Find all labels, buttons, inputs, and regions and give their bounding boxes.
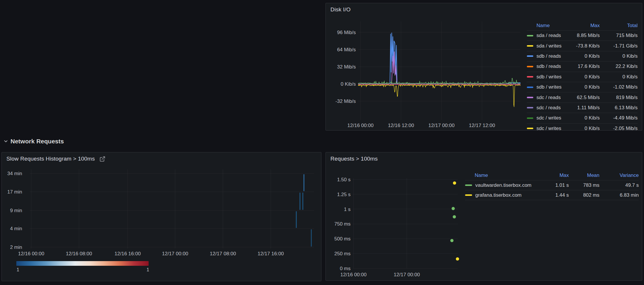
legend-series-name[interactable]: sdb / writes	[527, 74, 568, 80]
requests-legend: NameMaxMeanVariancevaultwarden.tiserbox.…	[465, 170, 639, 200]
series-name-label: sda / reads	[536, 33, 561, 38]
slow-requests-heatmap-chart[interactable]: 34 min17 min9 min4 min2 min12/16 00:0012…	[2, 152, 321, 260]
y-tick-label: 750 ms	[334, 221, 351, 227]
legend-series-name[interactable]: sda / reads	[527, 33, 568, 38]
legend-header-total[interactable]: Total	[600, 23, 638, 29]
legend-row: sdc / reads1.11 Mib/s6.13 Mib/s	[527, 103, 638, 113]
heatmap-cell	[300, 193, 300, 210]
legend-value: -1.71 Gib/s	[600, 43, 638, 49]
legend-value: 0 Kib/s	[600, 53, 638, 59]
legend-series-name[interactable]: grafana.tiserbox.com	[465, 192, 541, 198]
x-tick-label: 12/17 08:00	[210, 251, 236, 256]
section-header-network-requests[interactable]: Network Requests	[3, 137, 64, 146]
series-line-sdc---reads	[358, 52, 520, 84]
legend-series-name[interactable]: sdb / reads	[527, 64, 568, 69]
series-name-label: sdc / reads	[536, 95, 561, 101]
legend-header-name[interactable]: Name	[527, 23, 568, 29]
heatmap-cell	[296, 211, 297, 228]
legend-value: -1.02 Mib/s	[600, 84, 638, 90]
legend-series-name[interactable]: sda / writes	[527, 43, 568, 49]
legend-row: sdc / reads62.5 Mib/s819 Mib/s	[527, 92, 638, 103]
chevron-down-icon[interactable]	[3, 139, 8, 144]
legend-value: 1.01 s	[541, 182, 569, 188]
x-tick-label: 12/16 08:00	[66, 251, 92, 256]
scatter-point-vaultwarden	[452, 207, 455, 210]
legend-header-variance[interactable]: Variance	[599, 173, 639, 178]
legend-value: 17.6 Kib/s	[568, 64, 600, 69]
y-tick-label: 2 min	[10, 244, 22, 250]
series-line-sdb-burst-reads	[358, 33, 520, 84]
legend-row: vaultwarden.tiserbox.com1.01 s783 ms49.7…	[465, 180, 639, 190]
heatmap-cell	[304, 174, 305, 191]
disk-io-legend: NameMaxTotalsda / reads8.85 Mib/s715 Mib…	[527, 21, 638, 131]
series-name-label: sdb / reads	[536, 64, 561, 69]
legend-header-row: NameMaxTotal	[527, 21, 638, 31]
x-tick-label: 12/16 00:00	[18, 251, 44, 256]
dashboard: Disk I/O 96 Mib/s64 Mib/s32 Mib/s0 Kib/s…	[0, 0, 644, 285]
legend-value: 6.13 Mib/s	[600, 105, 638, 111]
legend-value: -4.49 Mib/s	[600, 115, 638, 121]
legend-value: 22.2 Kib/s	[600, 64, 638, 69]
legend-value: 802 ms	[569, 192, 599, 198]
legend-value: 49.7 s	[599, 182, 639, 188]
series-color-swatch[interactable]	[527, 97, 533, 98]
legend-value: 783 ms	[569, 182, 599, 188]
y-tick-label: 1 s	[344, 207, 351, 212]
series-color-swatch[interactable]	[527, 107, 533, 108]
legend-series-name[interactable]: vaultwarden.tiserbox.com	[465, 182, 541, 188]
series-color-swatch[interactable]	[527, 128, 533, 129]
legend-series-name[interactable]: sdb / reads	[527, 53, 568, 59]
y-tick-label: 1.50 s	[337, 177, 351, 182]
scatter-point-grafana	[456, 257, 459, 261]
series-color-swatch[interactable]	[465, 184, 472, 186]
heatmap-cell	[302, 193, 303, 210]
section-title: Network Requests	[10, 138, 64, 145]
legend-row: sdc / writes0 Kib/s-2.05 Mib/s	[527, 124, 638, 131]
legend-row: sda / reads8.85 Mib/s715 Mib/s	[527, 31, 638, 41]
legend-row: sdc / writes0 Kib/s-4.49 Mib/s	[527, 113, 638, 123]
series-name-label: sda / writes	[536, 43, 562, 49]
legend-row: sdb / reads17.6 Kib/s22.2 Kib/s	[527, 61, 638, 72]
legend-value: 0 Kib/s	[568, 74, 600, 80]
series-color-swatch[interactable]	[527, 76, 533, 78]
panel-disk-io: Disk I/O 96 Mib/s64 Mib/s32 Mib/s0 Kib/s…	[325, 3, 642, 131]
y-tick-label: -32 Mib/s	[335, 98, 356, 104]
legend-series-name[interactable]: sdc / writes	[527, 126, 568, 131]
series-name-label: sdc / writes	[536, 115, 561, 121]
panel-requests-gt-100ms: Requests > 100ms 1.50 s1.25 s1 s750 ms50…	[325, 152, 642, 281]
series-color-swatch[interactable]	[527, 35, 533, 36]
legend-series-name[interactable]: sdb / writes	[527, 84, 568, 90]
color-scale-max-label: 1	[143, 267, 149, 272]
legend-series-name[interactable]: sdc / reads	[527, 95, 568, 101]
legend-value: -2.05 Mib/s	[600, 126, 638, 131]
legend-value: -73.8 Kib/s	[568, 43, 600, 49]
legend-series-name[interactable]: sdc / reads	[527, 105, 568, 111]
x-tick-label: 12/16 00:00	[340, 272, 367, 277]
series-color-swatch[interactable]	[527, 117, 533, 119]
x-tick-label: 12/16 00:00	[347, 123, 374, 128]
series-color-swatch[interactable]	[465, 194, 472, 196]
series-name-label: sdc / writes	[536, 126, 561, 131]
legend-row: sda / writes-73.8 Kib/s-1.71 Gib/s	[527, 41, 638, 51]
legend-header-max[interactable]: Max	[541, 173, 569, 178]
legend-series-name[interactable]: sdc / writes	[527, 115, 568, 121]
series-color-swatch[interactable]	[527, 66, 533, 67]
y-tick-label: 0 Kib/s	[341, 81, 356, 87]
series-color-swatch[interactable]	[527, 55, 533, 57]
y-tick-label: 500 ms	[334, 236, 351, 242]
series-name-label: vaultwarden.tiserbox.com	[475, 182, 532, 188]
legend-header-max[interactable]: Max	[568, 23, 600, 29]
legend-row: sdb / writes0 Kib/s0 Kib/s	[527, 72, 638, 82]
legend-header-row: NameMaxMeanVariance	[465, 170, 639, 180]
legend-value: 0 Kib/s	[568, 84, 600, 90]
y-tick-label: 0 ms	[340, 266, 351, 271]
legend-header-name[interactable]: Name	[465, 173, 541, 178]
scatter-point-vaultwarden	[453, 215, 456, 219]
legend-row: sdb / writes0 Kib/s-1.02 Mib/s	[527, 82, 638, 92]
legend-header-mean[interactable]: Mean	[569, 173, 599, 178]
series-color-swatch[interactable]	[527, 45, 533, 47]
y-tick-label: 1.25 s	[337, 192, 351, 197]
legend-value: 0 Kib/s	[568, 126, 600, 131]
series-line-sda---reads	[358, 78, 520, 84]
series-color-swatch[interactable]	[527, 87, 533, 88]
